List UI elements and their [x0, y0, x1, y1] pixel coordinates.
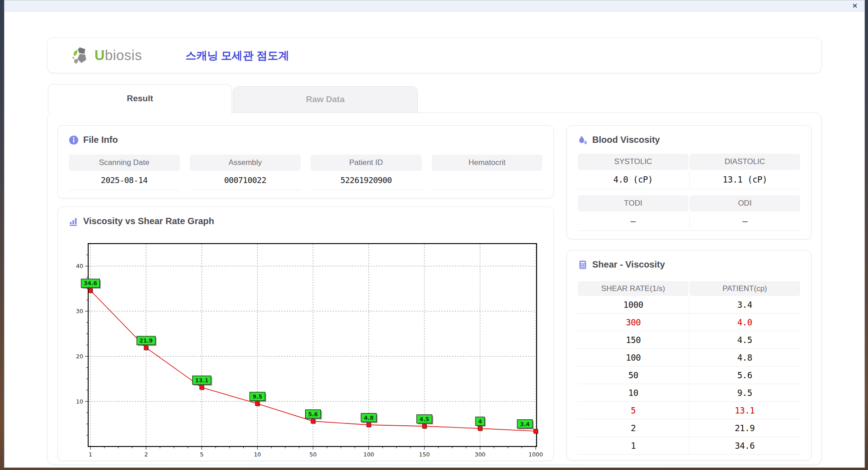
svg-text:10: 10 [254, 451, 261, 458]
svg-text:300: 300 [475, 451, 486, 458]
svg-text:34.6: 34.6 [84, 280, 97, 287]
tab-result[interactable]: Result [48, 84, 232, 113]
graph-card: Viscosity vs Shear Rate Graph 1020304012… [57, 207, 554, 461]
shear-rate-cell: 2 [578, 419, 689, 437]
bv-value-row: 4.0 (cP)13.1 (cP) [578, 170, 800, 189]
svg-text:40: 40 [76, 263, 83, 269]
patient-cell: 34.6 [689, 437, 801, 454]
patient-cell: 9.5 [689, 384, 801, 401]
shear-rate-cell: 5 [578, 402, 689, 419]
shear-table-row: 1004.8 [578, 349, 800, 367]
shear-table-row: 513.1 [578, 402, 800, 419]
patient-cell: 3.4 [689, 296, 801, 313]
bv-value: 13.1 (cP) [689, 170, 801, 189]
patient-cell: 4.0 [689, 314, 801, 331]
patient-cell: 5.6 [689, 367, 801, 384]
bv-label: TODI [578, 195, 689, 212]
shear-viscosity-table: SHEAR RATE(1/s) PATIENT(cp) 10003.43004.… [578, 281, 800, 455]
shear-table-row: 3004.0 [578, 314, 800, 331]
shear-rate-cell: 100 [578, 349, 689, 366]
svg-text:21.9: 21.9 [139, 338, 153, 344]
calculator-icon [578, 260, 588, 270]
patient-cell: 4.8 [689, 349, 801, 366]
shear-table-row: 109.5 [578, 384, 800, 402]
bv-label: SYSTOLIC [578, 154, 689, 170]
svg-text:13.1: 13.1 [195, 377, 208, 384]
shear-table-header: SHEAR RATE(1/s) PATIENT(cp) [578, 281, 800, 296]
brand-text: Ubiosis [94, 47, 142, 64]
svg-text:100: 100 [363, 451, 374, 458]
shear-table-body: 10003.43004.01504.51004.8505.6109.5513.1… [578, 296, 800, 455]
shear-rate-cell: 150 [578, 331, 689, 348]
patient-column-header: PATIENT(cp) [689, 281, 800, 296]
bv-value-row: –– [578, 212, 800, 231]
shear-viscosity-card: Shear - Viscosity SHEAR RATE(1/s) PATIEN… [566, 250, 811, 461]
shear-table-row: 505.6 [578, 367, 800, 384]
bv-value: – [578, 212, 689, 231]
patient-cell: 4.5 [689, 331, 801, 348]
svg-text:5.6: 5.6 [308, 411, 318, 418]
ubiosis-logo-icon [71, 45, 92, 66]
field-label: Hematocrit [432, 155, 543, 171]
shear-rate-cell: 1 [578, 437, 689, 454]
svg-text:5: 5 [200, 451, 203, 458]
svg-text:3.4: 3.4 [520, 421, 529, 428]
bv-label: DIASTOLIC [689, 154, 800, 170]
shear-rate-column-header: SHEAR RATE(1/s) [578, 281, 689, 296]
file-info-field: Scanning Date2025-08-14 [69, 155, 180, 190]
shear-table-row: 134.6 [578, 437, 800, 455]
window-titlebar: ✕ [5, 0, 864, 12]
field-label: Patient ID [311, 155, 422, 171]
ubiosis-logo: Ubiosis [71, 45, 142, 66]
shear-table-row: 1504.5 [578, 331, 800, 349]
file-info-title: File Info [83, 135, 118, 145]
page-title: 스캐닝 모세관 점도계 [185, 48, 289, 63]
field-label: Scanning Date [69, 155, 180, 171]
app-header: Ubiosis 스캐닝 모세관 점도계 [47, 38, 822, 73]
droplets-icon [578, 135, 588, 145]
svg-text:9.5: 9.5 [253, 394, 262, 400]
field-value: 000710022 [190, 171, 301, 190]
bv-value: 4.0 (cP) [578, 170, 689, 189]
blood-viscosity-card: Blood Viscosity SYSTOLICDIASTOLIC4.0 (cP… [566, 125, 811, 240]
blood-viscosity-table: SYSTOLICDIASTOLIC4.0 (cP)13.1 (cP)TODIOD… [578, 154, 800, 237]
svg-text:2: 2 [144, 451, 148, 458]
tab-raw-data[interactable]: Raw Data [233, 86, 418, 113]
svg-text:30: 30 [76, 308, 83, 315]
blood-viscosity-title: Blood Viscosity [592, 135, 660, 145]
window-content: Ubiosis 스캐닝 모세관 점도계 Result Raw Data File… [5, 12, 864, 467]
bv-group: TODIODI–– [578, 195, 800, 231]
patient-cell: 21.9 [689, 419, 801, 437]
bv-header-row: TODIODI [578, 195, 800, 212]
field-value: 52261920900 [311, 171, 422, 190]
svg-text:4.8: 4.8 [364, 415, 373, 421]
patient-cell: 13.1 [689, 402, 801, 419]
file-info-field: Hematocrit [432, 155, 543, 190]
svg-text:4: 4 [478, 418, 482, 425]
file-info-field: Patient ID52261920900 [311, 155, 422, 190]
bv-header-row: SYSTOLICDIASTOLIC [578, 154, 800, 170]
svg-text:20: 20 [76, 353, 83, 360]
svg-text:4.5: 4.5 [420, 416, 429, 423]
file-info-field: Assembly000710022 [190, 155, 301, 190]
file-info-card: File Info Scanning Date2025-08-14Assembl… [57, 125, 554, 198]
bv-group: SYSTOLICDIASTOLIC4.0 (cP)13.1 (cP) [578, 154, 800, 189]
viscosity-shear-rate-chart: 102030401251050100150300100034.621.913.1… [58, 207, 554, 461]
field-value [432, 171, 543, 190]
file-info-fields: Scanning Date2025-08-14Assembly000710022… [69, 155, 542, 190]
svg-text:150: 150 [419, 451, 430, 458]
info-icon [69, 135, 79, 145]
field-value: 2025-08-14 [69, 171, 180, 190]
result-panel: File Info Scanning Date2025-08-14Assembl… [47, 113, 822, 465]
bv-value: – [689, 212, 801, 231]
shear-table-row: 10003.4 [578, 296, 800, 314]
shear-rate-cell: 10 [578, 384, 689, 401]
svg-text:1: 1 [89, 451, 92, 458]
shear-rate-cell: 50 [578, 367, 689, 384]
shear-rate-cell: 300 [578, 314, 689, 331]
window-close-button[interactable]: ✕ [850, 1, 860, 11]
svg-text:50: 50 [310, 451, 317, 458]
svg-text:10: 10 [76, 398, 83, 405]
app-window: ✕ Ubiosis 스캐닝 모세관 점도계 Result Raw Data [4, 0, 865, 468]
svg-text:1000: 1000 [528, 451, 543, 458]
